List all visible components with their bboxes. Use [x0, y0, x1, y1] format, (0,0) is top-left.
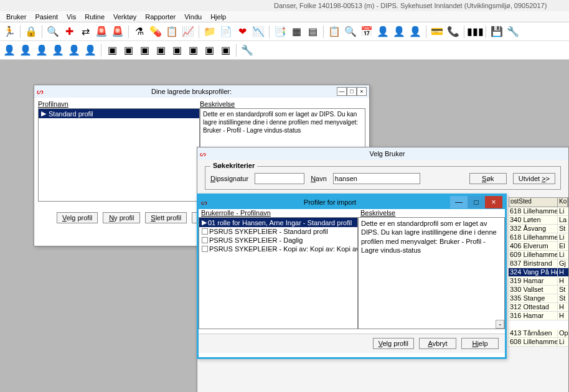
table-row[interactable]: 330 VallsetSt [509, 286, 568, 294]
user2-icon[interactable]: 👤 [392, 25, 406, 39]
search2-icon[interactable]: 🔍 [344, 25, 357, 39]
menu-hjelp[interactable]: Hjelp [207, 12, 230, 22]
maximize-button[interactable]: □ [468, 196, 485, 208]
xray6-icon[interactable]: ▣ [186, 44, 200, 57]
table-row[interactable]: 406 ElverumEl [509, 242, 568, 251]
table-row[interactable]: 332 ÅsvangSt [509, 225, 568, 233]
table-row[interactable]: 312 OttestadH [509, 303, 568, 312]
checkbox-icon[interactable] [202, 237, 208, 243]
person-icon[interactable]: 🏃 [2, 25, 16, 39]
columns-icon[interactable]: ▦ [289, 25, 303, 39]
user3-icon[interactable]: 👤 [408, 25, 422, 39]
tool-icon[interactable]: 🔧 [506, 25, 520, 39]
window-titlebar[interactable]: ᔕ Dine lagrede bruksprofiler: — □ × [34, 85, 369, 98]
table-row[interactable]: 319 HamarH [509, 277, 568, 286]
menu-bruker[interactable]: Bruker [2, 12, 30, 22]
import-item[interactable]: PSRUS SYKEPLEIER - Standard profil [199, 227, 357, 236]
xray2-icon[interactable]: ▣ [121, 44, 135, 57]
grid-icon[interactable]: ▤ [306, 25, 319, 39]
xray5-icon[interactable]: ▣ [170, 44, 184, 57]
table-row[interactable]: 316 HamarH [509, 312, 568, 320]
xray7-icon[interactable]: ▣ [202, 44, 216, 57]
graph-icon[interactable]: 📉 [252, 25, 265, 39]
phone-icon[interactable]: 📞 [446, 25, 460, 39]
minimize-button[interactable]: — [450, 196, 468, 208]
utvidet-button[interactable]: Utvidet >> [513, 173, 555, 184]
window-titlebar[interactable]: ᔕ Profiler for import — □ × [199, 195, 505, 209]
green-light-icon[interactable]: 🚨 [111, 25, 125, 39]
scroll-down-icon[interactable]: ⌄ [496, 320, 504, 329]
table-row[interactable]: 837 BiristrandGj [509, 259, 568, 268]
sok-button[interactable]: Søk [469, 173, 507, 184]
save-icon[interactable]: 💾 [490, 25, 504, 39]
hjelp-button[interactable]: Hjelp [461, 338, 499, 349]
list-icon[interactable]: 📑 [273, 25, 287, 39]
import-item[interactable]: PSRUS SYKEPLEIER - Daglig [199, 236, 357, 245]
patient4-icon[interactable]: 👤 [51, 44, 65, 57]
chart-icon[interactable]: 📈 [181, 25, 195, 39]
menu-rapporter[interactable]: Rapporter [141, 12, 179, 22]
import-listbox[interactable]: ▶01 rolle for Hansen, Arne Ingar - Stand… [199, 217, 358, 329]
velg-profil-button[interactable]: Velg profil [57, 212, 98, 223]
folder-icon[interactable]: 📁 [203, 25, 217, 39]
result-table[interactable]: ostSted Ko 618 LillehammerLi340 LøtenLa3… [509, 197, 568, 347]
xray8-icon[interactable]: ▣ [219, 44, 232, 57]
patient2-icon[interactable]: 👤 [19, 44, 32, 57]
xray4-icon[interactable]: ▣ [154, 44, 167, 57]
separator [199, 26, 199, 38]
menu-verktoy[interactable]: Verktøy [110, 12, 140, 22]
close-button[interactable]: × [485, 196, 502, 208]
navn-input[interactable] [333, 173, 420, 184]
plus-red-icon[interactable]: ✚ [62, 25, 76, 39]
patient6-icon[interactable]: 👤 [83, 44, 97, 57]
checkbox-icon[interactable] [202, 228, 208, 235]
dipssignatur-input[interactable] [255, 173, 304, 184]
user1-icon[interactable]: 👤 [376, 25, 390, 39]
table-row[interactable]: 618 LillehammerLi [509, 233, 568, 242]
flask-icon[interactable]: ⚗ [133, 25, 146, 39]
patient1-icon[interactable]: 👤 [2, 44, 16, 57]
checkbox-icon[interactable] [202, 246, 208, 252]
window-import-profiler: ᔕ Profiler for import — □ × Brukerrolle … [197, 194, 507, 359]
menu-pasient[interactable]: Pasient [31, 12, 62, 22]
table-row[interactable]: 609 LillehammerLi [509, 251, 568, 259]
blue-light-icon[interactable]: 🚨 [95, 25, 108, 39]
menu-rutine[interactable]: Rutine [81, 12, 108, 22]
table-row[interactable]: 413 TårnåsenOp [509, 329, 568, 338]
lock-icon[interactable]: 🔒 [24, 25, 38, 39]
search-icon[interactable]: 🔍 [46, 25, 60, 39]
table-row[interactable]: 335 StangeSt [509, 294, 568, 303]
heart-icon[interactable]: ❤ [235, 25, 249, 39]
ny-profil-button[interactable]: Ny profil [103, 212, 140, 223]
table-row[interactable]: 608 LillehammerLi [509, 338, 568, 347]
clipboard-icon[interactable]: 📋 [165, 25, 179, 39]
profile-listbox[interactable]: ▶ Standard profil [38, 108, 200, 202]
import-item[interactable]: ▶01 rolle for Hansen, Arne Ingar - Stand… [199, 218, 357, 227]
menu-vis[interactable]: Vis [63, 12, 80, 22]
tool2-icon[interactable]: 🔧 [240, 44, 254, 57]
card-icon[interactable]: 💳 [430, 25, 444, 39]
avbryt-button[interactable]: Avbryt [419, 338, 456, 349]
barcode-icon[interactable]: ▮▮▮ [468, 25, 482, 39]
document-icon[interactable]: 📄 [219, 25, 233, 39]
table-row[interactable]: 340 LøtenLa [509, 216, 568, 225]
import-item[interactable]: PSRUS SYKEPLEIER - Kopi av: Kopi av: Kop… [199, 245, 357, 253]
table-row[interactable]: 618 LillehammerLi [509, 207, 568, 216]
patient3-icon[interactable]: 👤 [35, 44, 49, 57]
pills-icon[interactable]: 💊 [149, 25, 162, 39]
window-titlebar[interactable]: ᔕ Velg Bruker [197, 147, 568, 160]
slett-profil-button[interactable]: Slett profil [145, 212, 187, 223]
calendar-icon[interactable]: 📅 [360, 25, 374, 39]
xray3-icon[interactable]: ▣ [138, 44, 151, 57]
minimize-button[interactable]: — [337, 87, 347, 96]
patient5-icon[interactable]: 👤 [67, 44, 81, 57]
xray1-icon[interactable]: ▣ [105, 44, 119, 57]
profile-item-selected[interactable]: ▶ Standard profil [39, 109, 199, 118]
menu-vindu[interactable]: Vindu [181, 12, 205, 22]
maximize-button[interactable]: □ [347, 87, 357, 96]
arrows-icon[interactable]: ⇄ [78, 25, 92, 39]
clipboard2-icon[interactable]: 📋 [327, 25, 341, 39]
close-button[interactable]: × [357, 87, 367, 96]
velg-profil-button[interactable]: Velg profil [373, 338, 414, 349]
table-row[interactable]: 324 Vang På HedmarkH [509, 268, 568, 277]
